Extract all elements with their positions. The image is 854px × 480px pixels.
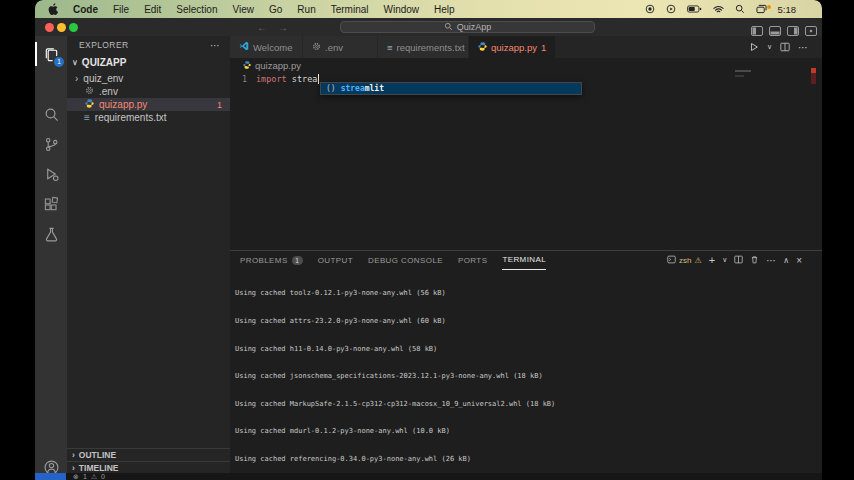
code-typed-text: strea [292,74,318,84]
terminal-line: Using cached MarkupSafe-2.1.5-cp312-cp31… [235,400,814,409]
remote-indicator[interactable] [35,473,66,480]
control-center-icon[interactable] [756,4,767,14]
terminal-line: Using cached attrs-23.2.0-py3-none-any.w… [235,317,814,326]
spotlight-search-icon[interactable] [735,4,745,14]
close-window-button[interactable] [45,23,54,32]
menu-item-terminal[interactable]: Terminal [331,4,369,15]
nav-forward-icon[interactable]: → [278,22,288,33]
menu-item-file[interactable]: File [113,4,129,15]
python-file-icon [478,42,487,53]
menu-item-help[interactable]: Help [434,4,455,15]
search-icon [444,22,453,33]
outline-section[interactable]: › OUTLINE [67,448,230,461]
editor-group: Welcome .env ≡ requirements.txt quizapp.… [230,36,822,250]
text-file-icon: ≡ [387,42,393,53]
menu-bar-clock: 5:18 [778,4,797,15]
warnings-count[interactable]: 0 [101,473,105,480]
source-control-activity-button[interactable] [35,130,67,158]
bottom-panel: PROBLEMS 1 OUTPUT DEBUG CONSOLE PORTS TE… [230,250,822,473]
tab-welcome[interactable]: Welcome [230,36,303,58]
terminal-line: Using cached jsonschema_specifications-2… [235,372,814,381]
sidebar-item-quizapp-py[interactable]: quizapp.py 1 [67,98,230,111]
terminal-dropdown-chevron-icon[interactable]: ∨ [722,256,727,264]
gear-file-icon [312,42,321,53]
tab-requirements-txt[interactable]: ≡ requirements.txt [378,36,469,58]
run-debug-icon [43,166,60,183]
menu-item-run[interactable]: Run [297,4,315,15]
text-file-icon: ≡ [84,112,90,123]
panel-tab-problems[interactable]: PROBLEMS 1 [240,251,303,269]
sidebar-item-quiz-env[interactable]: › quiz_env [67,72,230,85]
terminal-line: Using cached mdurl-0.1.2-py3-none-any.wh… [235,427,814,436]
overview-ruler-modified-marker [811,73,816,84]
nav-back-icon[interactable]: ← [257,22,267,33]
chevron-right-icon: › [72,463,75,473]
command-center-search[interactable]: QuizApp [340,21,595,33]
sidebar-item-requirements-txt[interactable]: ≡ requirements.txt [67,111,230,124]
minimize-window-button[interactable] [57,23,66,32]
menu-item-edit[interactable]: Edit [144,4,161,15]
terminal-line: Using cached h11-0.14.0-py3-none-any.whl… [235,345,814,354]
macos-menu-bar: Code File Edit Selection View Go Run Ter… [35,0,822,18]
panel-tab-terminal[interactable]: TERMINAL [502,251,546,270]
suggest-widget-item[interactable]: () streamlit [320,82,582,95]
explorer-sidebar: EXPLORER ⋯ ∨ QUIZAPP › quiz_env .env qui… [67,36,230,480]
run-debug-activity-button[interactable] [35,160,67,188]
split-editor-icon[interactable] [780,38,790,56]
terminal-icon [667,255,676,266]
breadcrumb-file: quizapp.py [255,60,301,71]
suggestion-match: strea [341,84,365,93]
editor-more-icon[interactable]: ⋯ [798,42,808,53]
extensions-icon [43,196,60,213]
kill-terminal-icon[interactable] [750,255,759,266]
new-terminal-icon[interactable]: + [709,254,715,266]
screen-record-icon[interactable] [645,4,655,14]
screen-mirroring-icon[interactable] [666,4,676,14]
python-file-icon [243,60,251,71]
tab-env[interactable]: .env [303,36,378,58]
menu-item-code[interactable]: Code [73,4,98,15]
search-icon [43,106,60,123]
chevron-down-icon: ∨ [72,58,78,67]
battery-icon[interactable] [687,5,702,13]
gear-file-icon [85,86,94,97]
menu-item-selection[interactable]: Selection [176,4,217,15]
terminal-line: Using cached toolz-0.12.1-py3-none-any.w… [235,289,814,298]
errors-count[interactable]: 1 [83,473,87,480]
explorer-activity-button[interactable]: 1 [35,40,67,68]
terminal-shell-selector[interactable]: zsh ⚠ [667,255,702,266]
panel-tab-ports[interactable]: PORTS [458,251,487,269]
panel-more-icon[interactable]: ⋯ [766,255,776,266]
tab-quizapp-py[interactable]: quizapp.py 1 [469,36,556,58]
menu-item-go[interactable]: Go [269,4,282,15]
search-activity-button[interactable] [35,100,67,128]
maximize-panel-icon[interactable]: ∧ [783,256,789,265]
wifi-icon[interactable] [713,5,724,14]
apple-menu-icon[interactable] [48,3,58,15]
panel-tab-debug-console[interactable]: DEBUG CONSOLE [368,251,443,269]
run-python-file-icon[interactable] [749,38,759,56]
window-titlebar: ← → QuizApp [35,18,822,36]
warnings-icon[interactable]: ⚠ [91,473,97,480]
command-center-label: QuizApp [457,22,492,32]
split-terminal-icon[interactable] [734,255,743,266]
menu-item-view[interactable]: View [233,4,255,15]
maximize-window-button[interactable] [69,23,78,32]
menu-item-window[interactable]: Window [384,4,420,15]
explorer-root-folder[interactable]: ∨ QUIZAPP [67,54,230,70]
sidebar-item-env[interactable]: .env [67,85,230,98]
extensions-activity-button[interactable] [35,190,67,218]
run-dropdown-chevron-icon[interactable]: ∨ [767,43,772,51]
panel-tab-output[interactable]: OUTPUT [318,251,353,269]
chevron-right-icon: › [75,73,78,84]
explorer-title: EXPLORER [67,40,129,50]
testing-activity-button[interactable] [35,220,67,248]
close-panel-icon[interactable]: × [796,255,802,266]
explorer-more-icon[interactable]: ⋯ [210,40,220,51]
terminal-output[interactable]: Using cached toolz-0.12.1-py3-none-any.w… [235,271,814,469]
code-keyword: import [256,74,287,84]
chevron-right-icon: › [72,450,75,460]
breadcrumb[interactable]: quizapp.py [243,58,301,72]
errors-icon[interactable]: ⊗ [73,473,79,480]
git-branch-icon [43,136,60,153]
